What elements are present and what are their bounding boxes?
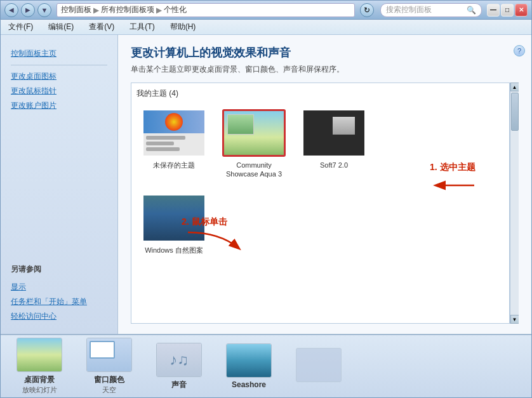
main-panel: ? 更改计算机上的视觉效果和声音 单击某个主题立即更改桌面背景、窗口颜色、声音和… <box>118 35 531 334</box>
forward-arrow-icon: ▶ <box>25 6 30 13</box>
breadcrumb-segment-3[interactable]: 个性化 <box>164 4 187 15</box>
bottom-label-window-color-main: 窗口颜色 <box>94 375 124 385</box>
menu-file[interactable]: 文件(F) <box>6 20 36 34</box>
seashore-image <box>227 344 271 377</box>
bottom-thumb-desktop-bg <box>17 338 62 372</box>
sidebar-also-see-section: 另请参阅 显示 任务栏和「开始」菜单 轻松访问中心 <box>1 260 117 326</box>
sidebar-also-see-title: 另请参阅 <box>11 264 107 275</box>
search-placeholder: 搜索控制面板 <box>386 4 432 15</box>
bottom-item-seashore[interactable]: Seashore <box>220 343 277 389</box>
back-arrow-icon: ◀ <box>9 6 14 13</box>
titlebar: ◀ ▶ ▼ 控制面板 ▶ 所有控制面板项 ▶ 个性化 ↻ 搜索控制面板 🔍 <box>1 1 531 20</box>
forward-button[interactable]: ▶ <box>21 3 35 17</box>
thumb-inner <box>228 115 253 134</box>
bottom-label-seashore-main: Seashore <box>232 380 266 389</box>
menu-edit[interactable]: 编辑(E) <box>46 20 76 34</box>
scrollbar-down-button[interactable]: ▼ <box>510 315 519 324</box>
minimize-button[interactable]: — <box>487 4 500 17</box>
window-controls: — □ ✕ <box>487 4 528 17</box>
back-button[interactable]: ◀ <box>4 3 18 17</box>
content-area: 控制面板主页 更改桌面图标 更改鼠标指针 更改账户图片 另请参阅 显示 任务栏和… <box>1 35 531 334</box>
themes-wrapper: 我的主题 (4) <box>131 83 519 324</box>
theme-label-unsaved: 未保存的主题 <box>153 161 195 169</box>
refresh-button[interactable]: ↻ <box>360 3 374 17</box>
desktop-bg-image <box>17 338 62 371</box>
thumb-bottom <box>143 133 204 156</box>
bottom-item-window-color[interactable]: 窗口颜色 天空 <box>81 338 138 395</box>
menu-view[interactable]: 查看(V) <box>86 20 117 34</box>
bottom-label-desktop-bg-sub: 放映幻灯片 <box>22 385 57 395</box>
titlebar-nav: ◀ ▶ ▼ 控制面板 ▶ 所有控制面板项 ▶ 个性化 ↻ 搜索控制面板 🔍 <box>4 3 482 17</box>
theme-item-community[interactable]: Community Showcase Aqua 3 <box>219 107 289 182</box>
sidebar-item-home[interactable]: 控制面板主页 <box>11 46 107 61</box>
sidebar-item-display[interactable]: 显示 <box>11 280 107 295</box>
bottom-label-desktop-bg-main: 桌面背景 <box>24 375 55 385</box>
themes-section-label: 我的主题 (4) <box>136 88 504 99</box>
menu-tools[interactable]: 工具(T) <box>127 20 157 34</box>
thumb-overlay <box>227 114 254 135</box>
sidebar: 控制面板主页 更改桌面图标 更改鼠标指针 更改账户图片 另请参阅 显示 任务栏和… <box>1 35 118 334</box>
bottom-thumb-seashore <box>226 343 272 378</box>
refresh-icon: ↻ <box>364 6 370 15</box>
thumb-line-1 <box>146 136 185 140</box>
breadcrumb-sep-1: ▶ <box>93 6 99 15</box>
bottom-panel: 桌面背景 放映幻灯片 窗口颜色 天空 ♪♫ 声音 <box>1 334 531 397</box>
bottom-thumb-sound: ♪♫ <box>156 343 202 377</box>
bottom-label-window-color-sub: 天空 <box>102 385 116 395</box>
bottom-item-desktop-bg[interactable]: 桌面背景 放映幻灯片 <box>11 338 68 395</box>
theme-item-wildlife[interactable]: Windows 自然图案 <box>139 192 209 257</box>
thumb-line-3 <box>146 147 180 151</box>
breadcrumb[interactable]: 控制面板 ▶ 所有控制面板项 ▶ 个性化 <box>57 3 355 17</box>
bottom-label-sound-main: 声音 <box>171 380 187 390</box>
windows-logo-icon <box>165 113 183 131</box>
help-button[interactable]: ? <box>514 45 525 56</box>
bottom-thumb-extra <box>296 348 342 382</box>
sidebar-divider-1 <box>11 65 107 65</box>
sidebar-item-accessibility[interactable]: 轻松访问中心 <box>11 309 107 324</box>
menu-help[interactable]: 帮助(H) <box>168 20 199 34</box>
close-button[interactable]: ✕ <box>515 4 528 17</box>
window-color-image <box>87 338 131 371</box>
window: ◀ ▶ ▼ 控制面板 ▶ 所有控制面板项 ▶ 个性化 ↻ 搜索控制面板 🔍 <box>0 0 532 398</box>
menubar: 文件(F) 编辑(E) 查看(V) 工具(T) 帮助(H) <box>1 20 531 35</box>
sidebar-item-account-picture[interactable]: 更改账户图片 <box>11 98 107 113</box>
sidebar-item-mouse-pointer[interactable]: 更改鼠标指针 <box>11 84 107 98</box>
maximize-button[interactable]: □ <box>501 4 514 17</box>
themes-grid: 未保存的主题 Community Showca <box>136 104 504 184</box>
theme-label-soft7: Soft7 2.0 <box>320 161 348 169</box>
themes-scroll-area[interactable]: 我的主题 (4) <box>131 83 510 324</box>
dropdown-icon: ▼ <box>41 6 48 14</box>
theme-label-community: Community Showcase Aqua 3 <box>222 161 286 179</box>
breadcrumb-sep-2: ▶ <box>156 6 162 15</box>
sidebar-main-section: 控制面板主页 更改桌面图标 更改鼠标指针 更改账户图片 <box>1 43 117 116</box>
page-subtitle: 单击某个主题立即更改桌面背景、窗口颜色、声音和屏保程序。 <box>131 64 519 75</box>
thumb-top <box>143 110 204 133</box>
theme-thumb-soft7 <box>302 109 366 157</box>
sidebar-item-taskbar[interactable]: 任务栏和「开始」菜单 <box>11 295 107 309</box>
bottom-item-extra[interactable] <box>290 348 347 385</box>
theme-thumb-community <box>222 109 286 157</box>
bottom-thumb-window-color <box>86 338 132 372</box>
recent-button[interactable]: ▼ <box>37 3 51 17</box>
breadcrumb-segment-2[interactable]: 所有控制面板项 <box>101 4 154 15</box>
sidebar-item-desktop-icons[interactable]: 更改桌面图标 <box>11 69 107 84</box>
page-title: 更改计算机上的视觉效果和声音 <box>131 45 519 60</box>
breadcrumb-segment-1[interactable]: 控制面板 <box>61 4 91 15</box>
theme-label-wildlife: Windows 自然图案 <box>145 246 203 255</box>
search-icon[interactable]: 🔍 <box>467 6 476 15</box>
scrollbar-up-button[interactable]: ▲ <box>510 83 519 91</box>
theme-thumb-unsaved <box>142 109 206 157</box>
themes-grid-row2: Windows 自然图案 <box>136 189 504 260</box>
theme-item-soft7[interactable]: Soft7 2.0 <box>299 107 369 182</box>
mini-window-icon <box>90 341 115 359</box>
scrollbar-thumb[interactable] <box>511 93 519 131</box>
search-bar[interactable]: 搜索控制面板 🔍 <box>380 3 482 17</box>
theme-thumb-wildlife <box>142 194 206 242</box>
bottom-item-sound[interactable]: ♪♫ 声音 <box>150 343 208 390</box>
sound-image: ♪♫ <box>157 343 201 376</box>
scrollbar-track: ▲ ▼ <box>510 83 519 324</box>
music-notes-icon: ♪♫ <box>170 351 189 369</box>
theme-item-unsaved[interactable]: 未保存的主题 <box>139 107 209 182</box>
thumb-line-2 <box>146 142 174 145</box>
thumb-soft7-light <box>333 117 355 135</box>
